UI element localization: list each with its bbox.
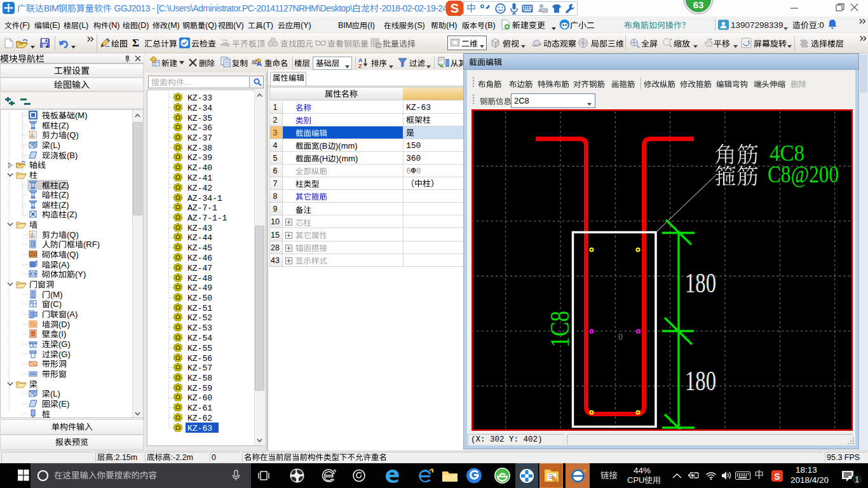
svg-text:S: S <box>774 471 780 482</box>
svg-text:S: S <box>451 1 459 15</box>
svg-text:180: 180 <box>685 365 716 396</box>
svg-text:23: 23 <box>543 8 548 13</box>
svg-text:1C8: 1C8 <box>545 311 574 348</box>
svg-text:63: 63 <box>693 0 704 10</box>
svg-text:C8@200: C8@200 <box>768 161 839 187</box>
svg-text:0: 0 <box>618 332 623 342</box>
svg-text:1: 1 <box>855 475 859 484</box>
svg-text:180: 180 <box>685 267 716 299</box>
